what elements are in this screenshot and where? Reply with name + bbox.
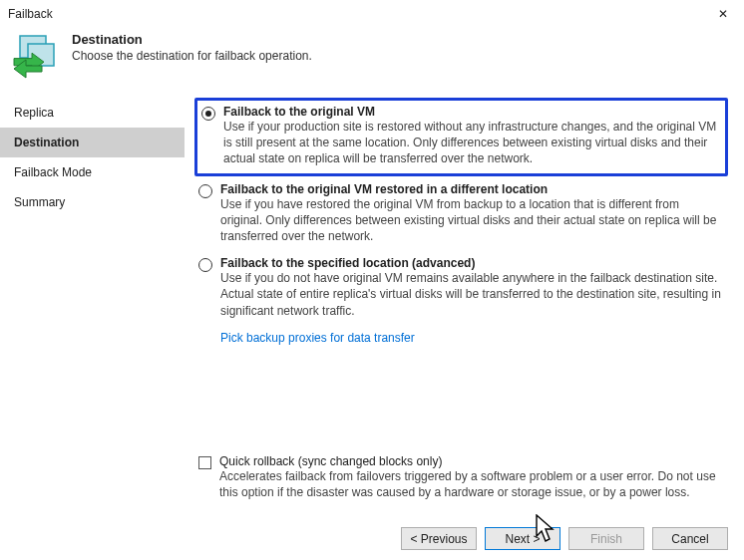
- radio-original-vm[interactable]: [201, 107, 215, 121]
- option-specified-location[interactable]: Failback to the specified location (adva…: [194, 252, 728, 327]
- wizard-steps: Replica Destination Failback Mode Summar…: [0, 92, 185, 560]
- sidebar-item-failback-mode[interactable]: Failback Mode: [0, 157, 185, 187]
- content-panel: Failback to the original VM Use if your …: [185, 92, 744, 560]
- option-different-location[interactable]: Failback to the original VM restored in …: [194, 178, 728, 253]
- pick-proxies-link[interactable]: Pick backup proxies for data transfer: [194, 327, 728, 345]
- option-desc: Use if you do not have original VM remai…: [220, 270, 724, 319]
- radio-different-location[interactable]: [198, 184, 212, 198]
- window-title: Failback: [8, 7, 53, 21]
- close-icon[interactable]: ✕: [710, 6, 736, 22]
- wizard-buttons: < Previous Next > Finish Cancel: [401, 527, 728, 550]
- quick-rollback-desc: Accelerates failback from failovers trig…: [219, 468, 724, 500]
- cancel-button[interactable]: Cancel: [652, 527, 728, 550]
- option-original-vm[interactable]: Failback to the original VM Use if your …: [194, 98, 728, 176]
- page-subtitle: Choose the destination for failback oper…: [72, 49, 312, 63]
- sidebar-item-destination[interactable]: Destination: [0, 128, 185, 157]
- option-title: Failback to the specified location (adva…: [220, 256, 724, 270]
- failback-icon: [12, 32, 60, 80]
- option-desc: Use if your production site is restored …: [223, 119, 721, 167]
- wizard-header: Destination Choose the destination for f…: [0, 28, 744, 92]
- previous-button[interactable]: < Previous: [401, 527, 477, 550]
- sidebar-item-summary[interactable]: Summary: [0, 187, 185, 217]
- sidebar-item-replica[interactable]: Replica: [0, 98, 185, 128]
- finish-button: Finish: [568, 527, 644, 550]
- next-button[interactable]: Next >: [485, 527, 560, 550]
- title-bar: Failback ✕: [0, 0, 744, 28]
- radio-specified-location[interactable]: [198, 258, 212, 272]
- option-title: Failback to the original VM: [223, 105, 721, 119]
- quick-rollback-row: Quick rollback (sync changed blocks only…: [194, 454, 728, 500]
- option-title: Failback to the original VM restored in …: [220, 182, 724, 196]
- option-desc: Use if you have restored the original VM…: [220, 196, 724, 245]
- quick-rollback-checkbox[interactable]: [198, 456, 211, 469]
- page-title: Destination: [72, 32, 312, 47]
- quick-rollback-label[interactable]: Quick rollback (sync changed blocks only…: [219, 454, 724, 468]
